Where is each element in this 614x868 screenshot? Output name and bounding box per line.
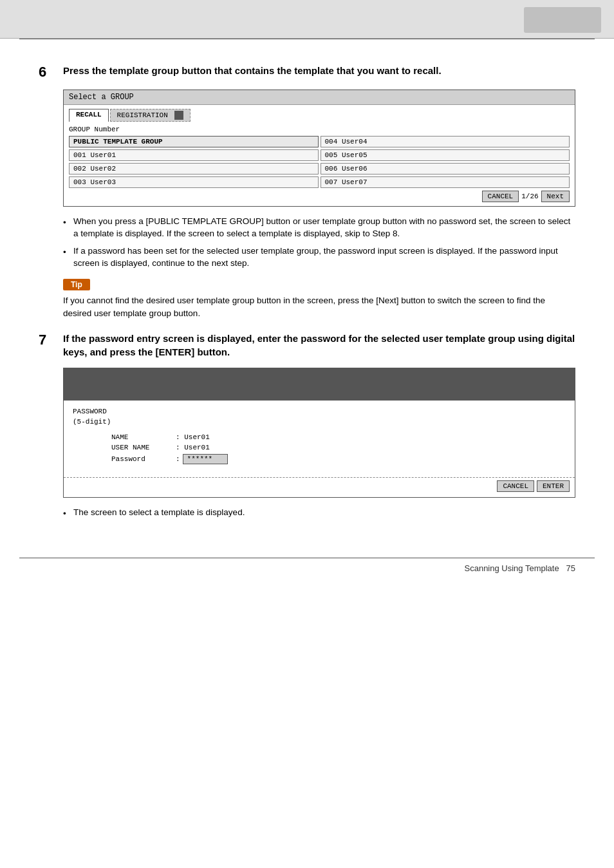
- bullet-text-1: When you press a [PUBLIC TEMPLATE GROUP]…: [73, 216, 575, 240]
- screen1-footer: CANCEL 1/26 Next: [69, 191, 570, 202]
- btn-user03[interactable]: 003 User03: [69, 176, 319, 188]
- step7-number: 7: [39, 332, 59, 348]
- btn-user04[interactable]: 004 User04: [321, 136, 570, 147]
- screen1-cancel-button[interactable]: CANCEL: [482, 191, 519, 202]
- screen1-tabs: RECALL REGISTRATION: [69, 109, 570, 122]
- top-bar: [0, 0, 614, 39]
- bullet-text-2: If a password has been set for the selec…: [73, 245, 575, 270]
- bullet-step6-1: • When you press a [PUBLIC TEMPLATE GROU…: [63, 216, 575, 240]
- tab-recall[interactable]: RECALL: [69, 109, 109, 122]
- pw-input-value[interactable]: ******: [183, 454, 228, 464]
- btn-user07[interactable]: 007 User07: [321, 176, 570, 188]
- pw-username-value: : User01: [176, 444, 210, 451]
- pw-name-row: NAME : User01: [111, 433, 566, 441]
- tab-registration: REGISTRATION: [110, 109, 191, 122]
- step7-text: If the password entry screen is displaye…: [63, 332, 575, 359]
- screen2-enter-button[interactable]: ENTER: [537, 480, 570, 492]
- group-grid: PUBLIC TEMPLATE GROUP 004 User04 001 Use…: [69, 136, 570, 188]
- footer-text: Scanning Using Template: [465, 563, 559, 573]
- tip-box: Tip If you cannot find the desired user …: [63, 279, 575, 321]
- step6-row: 6 Press the template group button that c…: [39, 64, 575, 80]
- screen2-mockup: PASSWORD (5-digit) NAME : User01 USER NA…: [63, 368, 575, 498]
- bullet-step6-2: • If a password has been set for the sel…: [63, 245, 575, 270]
- pw-name-value: : User01: [176, 433, 210, 441]
- bullets-step6: • When you press a [PUBLIC TEMPLATE GROU…: [63, 216, 575, 270]
- pw-label: PASSWORD (5-digit): [73, 407, 566, 427]
- pw-username-label: USER NAME: [111, 444, 176, 451]
- screen2-footer: CANCEL ENTER: [64, 477, 575, 497]
- screen1-body: RECALL REGISTRATION GROUP Number PUBLIC …: [64, 105, 575, 206]
- btn-user06[interactable]: 006 User06: [321, 163, 570, 175]
- pw-fields: NAME : User01 USER NAME : User01 Passwor…: [111, 433, 566, 464]
- btn-user02[interactable]: 002 User02: [69, 163, 319, 175]
- page-footer: Scanning Using Template 75: [0, 558, 614, 578]
- screen1-title: Select a GROUP: [64, 90, 575, 105]
- pw-colon: :: [176, 455, 180, 463]
- group-number-label: GROUP Number: [69, 126, 570, 133]
- tip-label: Tip: [63, 279, 90, 290]
- bullet-step7-1: • The screen to select a template is dis…: [63, 507, 575, 520]
- btn-public-template[interactable]: PUBLIC TEMPLATE GROUP: [69, 136, 319, 147]
- screen1-next-button[interactable]: Next: [541, 191, 570, 202]
- bullet-dot-3: •: [63, 508, 73, 520]
- step7-row: 7 If the password entry screen is displa…: [39, 332, 575, 359]
- btn-user01[interactable]: 001 User01: [69, 149, 319, 161]
- bullets-step7: • The screen to select a template is dis…: [63, 507, 575, 520]
- screen2-body: PASSWORD (5-digit) NAME : User01 USER NA…: [64, 401, 575, 477]
- pw-password-label: Password: [111, 455, 176, 463]
- bullet-text-3: The screen to select a template is displ…: [73, 507, 245, 519]
- btn-user05[interactable]: 005 User05: [321, 149, 570, 161]
- footer-page: 75: [566, 563, 575, 573]
- step6-text: Press the template group button that con…: [63, 64, 442, 77]
- pw-name-label: NAME: [111, 433, 176, 441]
- bullet-dot-1: •: [63, 217, 73, 229]
- bullet-dot-2: •: [63, 247, 73, 259]
- tip-text: If you cannot find the desired user temp…: [63, 294, 575, 321]
- top-bar-decoration: [524, 7, 601, 33]
- screen2-cancel-button[interactable]: CANCEL: [497, 480, 534, 492]
- tab-indicator: [174, 111, 183, 120]
- screen2-top-bar: [64, 368, 575, 401]
- step6-number: 6: [39, 64, 59, 80]
- screen1-mockup: Select a GROUP RECALL REGISTRATION GROUP…: [63, 90, 575, 207]
- main-content: 6 Press the template group button that c…: [0, 39, 614, 545]
- pw-password-row: Password : ******: [111, 454, 566, 464]
- screen1-page-info: 1/26: [521, 193, 538, 200]
- pw-username-row: USER NAME : User01: [111, 444, 566, 451]
